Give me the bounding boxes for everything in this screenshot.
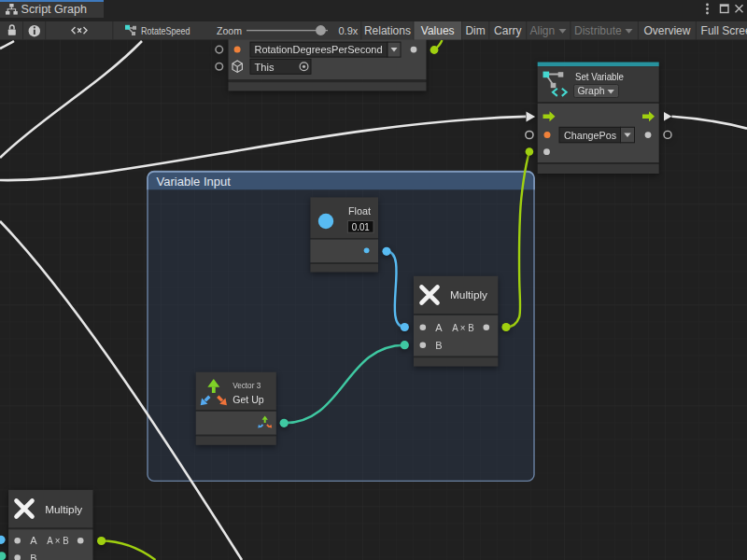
- svg-text:Full Screen: Full Screen: [701, 24, 747, 37]
- svg-text:Get Up: Get Up: [233, 394, 264, 405]
- svg-text:Float: Float: [348, 205, 372, 217]
- svg-text:Carry: Carry: [494, 24, 521, 37]
- svg-text:Relations: Relations: [364, 24, 411, 37]
- svg-text:This: This: [255, 62, 275, 73]
- svg-text:Graph: Graph: [578, 85, 605, 96]
- svg-text:0.9x: 0.9x: [339, 25, 359, 36]
- svg-text:Values: Values: [421, 24, 455, 37]
- svg-text:ChangePos: ChangePos: [564, 130, 616, 141]
- svg-text:A: A: [435, 322, 443, 333]
- svg-text:Multiply: Multiply: [45, 504, 82, 515]
- svg-text:Multiply: Multiply: [450, 289, 487, 301]
- svg-text:B: B: [435, 340, 442, 351]
- svg-text:Zoom: Zoom: [217, 25, 242, 36]
- svg-text:A: A: [30, 535, 37, 546]
- svg-text:Overview: Overview: [643, 24, 690, 37]
- svg-text:Distribute: Distribute: [574, 24, 622, 37]
- svg-text:Vector 3: Vector 3: [233, 381, 261, 390]
- svg-text:0.01: 0.01: [352, 221, 370, 232]
- svg-text:A × B: A × B: [47, 535, 68, 546]
- svg-text:Variable Input: Variable Input: [157, 175, 232, 189]
- svg-text:Align: Align: [530, 24, 556, 37]
- svg-text:RotationDegreesPerSecond: RotationDegreesPerSecond: [255, 44, 383, 55]
- svg-text:Dim: Dim: [465, 24, 485, 37]
- svg-text:Set Variable: Set Variable: [575, 71, 624, 82]
- svg-text:Script Graph: Script Graph: [21, 3, 88, 16]
- svg-text:RotateSpeed: RotateSpeed: [141, 25, 190, 36]
- svg-text:A × B: A × B: [452, 322, 474, 333]
- svg-text:B: B: [30, 553, 36, 560]
